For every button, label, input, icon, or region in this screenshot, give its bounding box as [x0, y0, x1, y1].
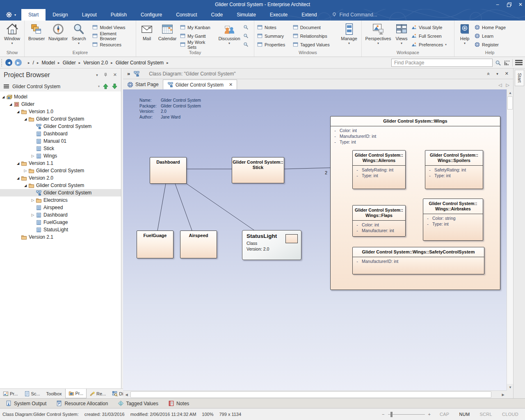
tree-item-version-2-0[interactable]: ◢Version 2.0 — [0, 174, 121, 182]
expand-toolbox-icon[interactable]: » — [127, 71, 130, 77]
tree-item-glider-control-system[interactable]: ▷Glider Control System — [0, 167, 121, 174]
tree-expander-icon[interactable]: ◢ — [1, 95, 6, 99]
class-box-fuelguage[interactable]: FuelGuage — [137, 231, 173, 258]
breadcrumb-item[interactable]: Glider — [63, 60, 76, 66]
resources-button[interactable]: Resources — [91, 40, 134, 49]
window-button[interactable]: Window ▾ — [4, 22, 20, 45]
chevron-down-icon[interactable]: ▾ — [98, 84, 100, 88]
ribbon-tab-code[interactable]: Code — [204, 9, 230, 21]
zoom-slider-track[interactable] — [388, 414, 425, 415]
diagram-tab-glider-control-system[interactable]: Glider Control System✕ — [163, 80, 237, 89]
tree-expander-icon[interactable]: ▷ — [30, 198, 35, 202]
tree-item-fuelguage[interactable]: FuelGuage — [0, 219, 121, 226]
perspectives-button[interactable]: Perspectives ▾ — [363, 22, 393, 45]
tree-item-stick[interactable]: Stick — [0, 145, 121, 152]
tree-expander-icon[interactable]: ◢ — [23, 117, 28, 121]
search-elements-button[interactable] — [242, 40, 251, 49]
tree-item-model[interactable]: ◢Model — [0, 93, 121, 100]
calendar-button[interactable]: Calendar — [156, 22, 179, 41]
zoom-out-icon[interactable]: − — [382, 412, 384, 417]
tree-item-statuslight[interactable]: StatusLight — [0, 226, 121, 233]
class-box-flaps[interactable]: Glider Control System:: Wings::Flaps -Co… — [352, 205, 406, 237]
my-gantt-button[interactable]: My Gantt — [179, 32, 217, 40]
zoom-in-icon[interactable]: + — [428, 412, 431, 417]
class-box-airspeed[interactable]: Airspeed — [180, 231, 217, 258]
learn-button[interactable]: Learn — [473, 32, 513, 40]
zoom-slider[interactable]: − + — [382, 412, 431, 417]
mail-button[interactable]: Mail — [138, 22, 156, 41]
back-button[interactable]: ◀ — [5, 59, 12, 66]
pin-icon[interactable] — [103, 73, 108, 77]
package-list-icon[interactable] — [504, 60, 510, 66]
scroll-down-button[interactable]: ▼ — [507, 384, 514, 390]
ribbon-tab-extend[interactable]: Extend — [294, 9, 324, 21]
tree-item-glider-control-system[interactable]: Glider Control System — [0, 123, 121, 130]
tree-expander-icon[interactable]: ▷ — [30, 154, 35, 158]
ribbon-tab-design[interactable]: Design — [46, 9, 75, 21]
navigate-down-icon[interactable] — [112, 83, 118, 89]
left-dock-tab-1[interactable]: Pr... — [0, 389, 21, 398]
horizontal-scrollbar[interactable]: ◀ ▶ — [123, 390, 507, 398]
breadcrumb-item[interactable]: Version 2.0 — [83, 60, 108, 66]
zoom-slider-thumb[interactable] — [390, 412, 393, 417]
tree-item-version-1-0[interactable]: ◢Version 1.0 — [0, 108, 121, 115]
tree-item-version-2-1[interactable]: Version 2.1 — [0, 233, 121, 241]
minimize-button[interactable]: – — [495, 2, 500, 7]
my-work-sets-button[interactable]: My Work Sets — [179, 40, 217, 49]
full-screen-button[interactable]: Full Screen — [410, 32, 451, 40]
model-views-button[interactable]: Model Views — [91, 23, 134, 32]
scroll-right-button[interactable]: ▶ — [500, 391, 507, 398]
tree-item-glider-control-system[interactable]: Glider Control System — [0, 189, 121, 196]
diagram-canvas[interactable]: Name:Glider Control SystemPackage:Glider… — [123, 89, 507, 390]
views-button[interactable]: Views ▾ — [393, 22, 410, 45]
tree-item-dashboard[interactable]: Dashboard — [0, 130, 121, 137]
close-icon[interactable]: ✕ — [505, 71, 509, 76]
class-box-stick[interactable]: Glider Control System:: Stick — [232, 157, 284, 183]
class-box-wings[interactable]: Glider Control System::Wings -Color: int… — [330, 116, 500, 290]
class-box-statuslight[interactable]: StatusLight Class Version: 2.0 — [242, 230, 301, 260]
browser-button[interactable]: Browser — [26, 22, 47, 41]
vertical-scroll-thumb[interactable] — [507, 96, 513, 110]
help-button[interactable]: Help ▾ — [456, 22, 473, 45]
collapse-panel-icon[interactable]: « — [486, 72, 491, 75]
ribbon-tab-layout[interactable]: Layout — [75, 9, 104, 21]
my-kanban-button[interactable]: My Kanban — [179, 23, 217, 32]
manage-button[interactable]: Manage ▾ — [338, 22, 360, 45]
visual-style-button[interactable]: Visual Style — [410, 23, 451, 32]
element-browser-button[interactable]: Element Browser — [91, 32, 134, 40]
relationships-button[interactable]: Relationships — [292, 32, 336, 40]
horizontal-scroll-thumb[interactable] — [130, 391, 491, 398]
vertical-scrollbar[interactable]: ▲ ▼ — [507, 89, 513, 390]
tree-expander-icon[interactable]: ▷ — [23, 169, 28, 173]
preferences-button[interactable]: Preferences ▾ — [410, 40, 451, 49]
close-button[interactable]: ✕ — [518, 2, 523, 7]
tab-scroll-right-icon[interactable]: ▷ — [506, 82, 509, 88]
menu-icon[interactable] — [3, 84, 9, 89]
navigator-button[interactable]: Navigator — [47, 22, 69, 41]
tree-item-glider-control-system[interactable]: ◢Glider Control System — [0, 115, 121, 123]
summary-button[interactable]: Summary — [256, 32, 289, 40]
app-menu-button[interactable]: ▾ — [0, 9, 21, 21]
left-dock-tab-4[interactable]: Pr... — [65, 389, 87, 398]
docked-start-tab[interactable]: Start — [515, 70, 524, 86]
find-package-input[interactable] — [391, 59, 493, 67]
tree-item-glider-control-system[interactable]: ◢Glider Control System — [0, 182, 121, 189]
tree-item-version-1-1[interactable]: ◢Version 1.1 — [0, 160, 121, 167]
diagram-tab-start-page[interactable]: Start Page — [123, 80, 163, 89]
breadcrumb-item[interactable]: / — [33, 60, 34, 66]
menu-icon[interactable] — [515, 60, 523, 66]
navigate-up-icon[interactable] — [103, 83, 109, 89]
search-diagrams-button[interactable] — [242, 32, 251, 40]
class-box-airbrakes[interactable]: Glider Control System:: Wings::Airbrakes… — [423, 199, 483, 241]
discussion-button[interactable]: Discussion ▾ — [217, 22, 242, 45]
breadcrumb-item[interactable]: Model — [41, 60, 55, 66]
tree-expander-icon[interactable]: ◢ — [16, 162, 21, 165]
tab-scroll-left-icon[interactable]: ◁ — [498, 82, 502, 88]
ribbon-tab-configure[interactable]: Configure — [134, 9, 169, 21]
tree-expander-icon[interactable]: ◢ — [16, 110, 21, 114]
scroll-left-button[interactable]: ◀ — [123, 391, 130, 398]
tree-expander-icon[interactable]: ◢ — [8, 103, 13, 106]
ribbon-tab-construct[interactable]: Construct — [169, 9, 204, 21]
search-button[interactable]: Search ▾ — [69, 22, 89, 45]
chevron-down-icon[interactable]: ▾ — [496, 72, 498, 76]
